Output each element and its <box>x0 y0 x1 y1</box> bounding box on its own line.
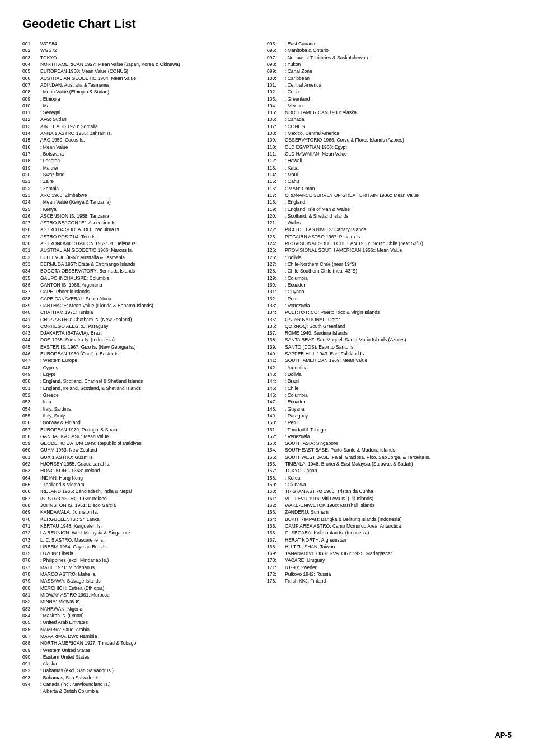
entry-name: DJAKARTA (BATAVIA) <box>40 330 88 336</box>
entry-value: Manitoba & Ontario <box>285 47 329 54</box>
entry-name: EUROPEAN 1950 <box>40 68 79 74</box>
list-item: 072:LA REUNIONWest Malaysia & Singapore <box>22 529 261 536</box>
entry-number: 063: <box>22 467 40 474</box>
entry-name: MIDWAY ASTRO 1961 <box>40 591 88 598</box>
entry-number: 014: <box>22 130 40 137</box>
entry-name: CAMP AREA ASTRO <box>285 523 330 529</box>
list-item: 110:OLD EGYPTIAN 1930Egypt <box>267 144 506 151</box>
entry-value: Mexico <box>285 102 303 109</box>
entry-number: 142: <box>267 364 285 371</box>
entry-number: 035: <box>22 275 40 281</box>
entry-number: 105: <box>267 109 285 116</box>
list-item: 041:CHUA ASTROChatham Is. (New Zealand) <box>22 316 261 323</box>
entry-number: 148: <box>267 406 285 412</box>
entry-number: 091: <box>22 660 40 667</box>
entry-value: Mean Value (Florida & Bahama Islands) <box>67 302 153 309</box>
entry-value: Oahu <box>285 178 299 185</box>
entry-name: CHATHAM 1971 <box>40 309 76 316</box>
entry-value: Diego Garcia <box>86 502 116 509</box>
entry-value: Namibia <box>77 633 97 640</box>
entry-value: Brazil <box>88 330 102 336</box>
list-item: 063:HONG KONG 1363Iceland <box>22 467 261 474</box>
list-item: 142:Argentina <box>267 364 506 371</box>
entry-number: 116: <box>267 185 285 192</box>
entry-value: England <box>285 199 305 205</box>
entry-value: Venezuela <box>285 302 310 309</box>
entry-number: 167: <box>267 537 285 543</box>
entry-name: OBSERVATORIO 1966 <box>285 137 334 143</box>
list-item: 045:EASTER IS. 1967Gizo Is. (New Georgia… <box>22 344 261 350</box>
entry-value: Efate & Erromango Islands <box>76 261 135 267</box>
entry-number: 150: <box>267 419 285 426</box>
list-item: 005:EUROPEAN 1950Mean Value (CONUS) <box>22 68 261 74</box>
entry-value: Alaska <box>340 109 357 116</box>
list-item: 153:SOUTH ASIASingapore <box>267 440 506 447</box>
list-item: 135:QATAR NATIONALQatar <box>267 316 506 323</box>
list-item: 098:Yukon <box>267 61 506 68</box>
list-item: 087:MAPARIMA, BWINamibia <box>22 633 261 640</box>
list-item: 029:ASTRO POS 71/4Tern Is. <box>22 233 261 240</box>
list-item: 079:MASSAWASalvage Islands <box>22 577 261 584</box>
entry-number: 057: <box>22 426 40 433</box>
entry-number: 044: <box>22 336 40 343</box>
entry-number: 157: <box>267 467 285 474</box>
entry-name: MAHE 1971 <box>40 564 66 571</box>
list-item: 019:Malawi <box>22 165 261 171</box>
entry-number: 037: <box>22 288 40 295</box>
entry-value: Masirah Is. (Oman) <box>40 612 83 619</box>
list-item: 077:MAHE 1971Mindanao Is. <box>22 564 261 571</box>
entry-number: 120: <box>267 213 285 219</box>
entry-value: England, Scotland, Channel & Shetland Is… <box>40 378 143 384</box>
entry-name: MINNA <box>40 598 55 605</box>
entry-number: 073: <box>22 537 40 543</box>
entry-name: AIN EL ABD 1970 <box>40 123 78 130</box>
entry-value: Puerto Rico & Virgin Islands <box>318 309 380 316</box>
entry-value: United Arab Emirates <box>40 619 88 626</box>
list-item: 024:Mean Value (Kenya & Tanzania) <box>22 199 261 205</box>
list-item: 039:CARTHAGEMean Value (Florida & Bahama… <box>22 302 261 309</box>
entry-number: 158: <box>267 475 285 481</box>
entry-number: 016: <box>22 144 40 151</box>
entry-value: Johnston Is. <box>70 509 99 515</box>
entry-name: DOS 1968 <box>40 336 63 343</box>
list-item: 150:Peru <box>267 419 506 426</box>
entry-value: New Zealand <box>67 447 97 453</box>
list-item: 124:PROVISIONAL SOUTH CHILEAN 1963:South… <box>267 240 506 247</box>
entry-value: Tern Is. <box>79 233 97 240</box>
page-title: Geodetic Chart List <box>22 17 512 31</box>
entry-number: 058: <box>22 433 40 440</box>
list-item: 127:Chile-Northern Chile (near 19°S) <box>267 261 506 267</box>
entry-value: Bahrain Is. <box>87 130 112 137</box>
list-item: 048:Cyprus <box>22 364 261 371</box>
entry-name: PICO DE LAS NIVIES <box>285 226 332 233</box>
entry-value: Thailand & Vietnam <box>40 481 85 488</box>
entry-value: Alberta & British Columbia <box>40 688 98 694</box>
entry-name: EUROPEAN 1950 (Cont'd) <box>40 350 97 357</box>
entry-value: England, Ireland, Scotland, & Shetland I… <box>40 385 141 392</box>
entry-value: St. Helena Is. <box>106 240 137 247</box>
entry-number: 055: <box>22 412 40 419</box>
list-item: 051:England, Ireland, Scotland, & Shetla… <box>22 385 261 392</box>
entry-value: Salvage Islands <box>64 577 101 584</box>
entry-number: 082: <box>22 598 40 605</box>
list-item: 172:Pulkovo 1942Russia <box>267 571 506 577</box>
entry-value: Kalimantan Is. (Indonesia) <box>311 529 369 536</box>
entry-number: 028: <box>22 226 40 233</box>
entry-number: 043: <box>22 330 40 336</box>
entry-name: LIBERIA 1964 <box>40 543 70 550</box>
entry-number: 007: <box>22 82 40 88</box>
list-item: 015:ARC 1950Cocos Is. <box>22 137 261 143</box>
list-item: 101:Central America <box>267 82 506 88</box>
list-item: 096:Manitoba & Ontario <box>267 47 506 54</box>
list-item: 082:MINNAMidway Is. <box>22 598 261 605</box>
entry-value: Mean Value <box>374 247 402 253</box>
entry-name: ASTRO BEACON "E" <box>40 219 86 226</box>
entry-number: 054: <box>22 406 40 412</box>
list-item: 061:GUX 1 ASTROGuam Is. <box>22 454 261 461</box>
entry-value: Mean Value <box>108 75 135 82</box>
list-item: 114:Maui <box>267 171 506 178</box>
entry-number: 109: <box>267 137 285 143</box>
entry-value: Finland <box>308 577 326 584</box>
entry-name: ASTRO B4 SOR. ATOLL <box>40 226 92 233</box>
entry-value: Kerguelen Is. <box>71 523 102 529</box>
